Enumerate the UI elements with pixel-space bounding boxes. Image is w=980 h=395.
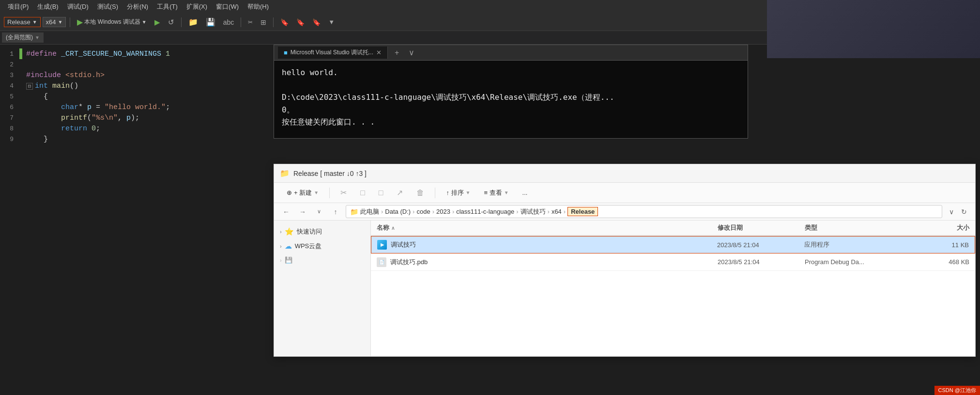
breadcrumb-item-2023[interactable]: 2023 xyxy=(436,208,450,215)
paste-button[interactable]: □ xyxy=(374,187,388,199)
table-icon-button[interactable]: ⊞ xyxy=(258,17,269,27)
new-icon: ⊕ xyxy=(287,189,292,196)
code-lines: 1 #define _CRT_SECURE_NO_WARNINGS 1 2 3 … xyxy=(0,45,276,148)
new-button[interactable]: ⊕ + 新建 ▼ xyxy=(282,187,323,199)
view-button[interactable]: ≡ 查看 ▼ xyxy=(479,187,514,199)
bookmark-more-button[interactable]: ▼ xyxy=(325,17,337,27)
more-button[interactable]: ... xyxy=(518,187,533,198)
release-dropdown[interactable]: Release ▼ xyxy=(4,17,41,27)
menu-project[interactable]: 项目(P) xyxy=(4,1,32,12)
breadcrumb: 📁 此电脑 › Data (D:) › code › 2023 › class1… xyxy=(346,205,942,218)
address-dropdown-button[interactable]: ∨ xyxy=(946,206,957,217)
line-number-4: 4 xyxy=(0,82,19,90)
bookmark-more-icon: ▼ xyxy=(328,18,335,26)
tab-dropdown-button[interactable]: ∨ xyxy=(406,46,417,59)
console-close-button[interactable]: ✕ xyxy=(376,49,382,56)
new-chevron-icon: ▼ xyxy=(314,190,319,195)
line-content-2 xyxy=(26,61,276,69)
col-header-name[interactable]: 名称 ∧ xyxy=(377,223,718,232)
arch-dropdown[interactable]: x64 ▼ xyxy=(43,17,66,27)
sidebar-item-wps-cloud[interactable]: › ☁ WPS云盘 xyxy=(274,239,370,253)
sidebar-item-more[interactable]: › 💾 xyxy=(274,253,370,267)
code-line-6: 6 char* p = "hello world."; xyxy=(0,102,276,112)
console-line-3: D:\code\2023\class111-c-language\调试技巧\x6… xyxy=(282,91,740,104)
share-button[interactable]: ↗ xyxy=(392,186,408,199)
refresh-button[interactable]: ↻ xyxy=(959,206,969,217)
forward-button[interactable]: → xyxy=(296,205,309,218)
line-number-5: 5 xyxy=(0,93,19,100)
menu-build[interactable]: 生成(B) xyxy=(33,1,62,12)
wps-cloud-icon: ☁ xyxy=(285,242,292,251)
continue-icon: ▶ xyxy=(154,18,160,27)
menu-tools[interactable]: 工具(T) xyxy=(153,1,182,12)
col-header-type[interactable]: 类型 xyxy=(805,223,911,232)
save-icon: 💾 xyxy=(206,17,215,27)
new-label: + 新建 xyxy=(294,189,312,197)
bookmark-prev-button[interactable]: 🔖 xyxy=(293,17,307,27)
line-content-5: { xyxy=(26,93,276,101)
menu-window[interactable]: 窗口(W) xyxy=(212,1,243,12)
menu-extensions[interactable]: 扩展(X) xyxy=(183,1,211,12)
run-button[interactable]: ▶ 本地 Windows 调试器 ▼ xyxy=(74,16,149,28)
up-button[interactable]: ↑ xyxy=(329,205,342,218)
line-content-3: #include <stdio.h> xyxy=(26,71,276,79)
menu-help[interactable]: 帮助(H) xyxy=(244,1,273,12)
copy-button[interactable]: □ xyxy=(355,187,370,199)
menu-analyze[interactable]: 分析(N) xyxy=(123,1,152,12)
debugger-chevron-icon: ▼ xyxy=(142,19,147,25)
delete-button[interactable]: 🗑 xyxy=(412,187,429,199)
menu-debug[interactable]: 调试(D) xyxy=(63,1,92,12)
breadcrumb-item-class[interactable]: class111-c-language xyxy=(456,208,514,215)
code-line-3: 3 #include <stdio.h> xyxy=(0,70,276,80)
console-tab[interactable]: ■ Microsoft Visual Studio 调试托... ✕ xyxy=(278,47,388,59)
wps-cloud-chevron-icon: › xyxy=(280,243,282,249)
breadcrumb-item-debug[interactable]: 调试技巧 xyxy=(521,207,546,216)
cut-icon-exp: ✂ xyxy=(340,188,347,197)
sidebar-item-quick-access[interactable]: › ⭐ 快速访问 xyxy=(274,224,370,239)
paste-icon: □ xyxy=(379,189,383,197)
line-number-3: 3 xyxy=(0,72,19,79)
breadcrumb-sep-6: › xyxy=(548,208,550,215)
bookmark-next-button[interactable]: 🔖 xyxy=(309,17,323,27)
line-content-1: #define _CRT_SECURE_NO_WARNINGS 1 xyxy=(26,50,276,58)
open-file-button[interactable]: 📁 xyxy=(185,16,201,28)
console-content: hello world. D:\code\2023\class111-c-lan… xyxy=(274,61,748,138)
sort-button[interactable]: ↑ 排序 ▼ xyxy=(441,187,475,199)
step-button[interactable]: ↺ xyxy=(165,17,177,28)
file-name-1: 调试技巧 xyxy=(391,240,416,249)
line-number-7: 7 xyxy=(0,114,19,122)
file-row-1[interactable]: ▶ 调试技巧 2023/8/5 21:04 应用程序 11 KB xyxy=(371,236,975,253)
bookmark-button[interactable]: 🔖 xyxy=(277,17,291,27)
col-header-date[interactable]: 修改日期 xyxy=(718,223,805,232)
bookmark-icon: 🔖 xyxy=(280,18,289,26)
code-line-2: 2 xyxy=(0,59,276,70)
bookmark-prev-icon: 🔖 xyxy=(296,18,305,26)
cut-toolbar-button[interactable]: ✂ xyxy=(245,18,256,27)
code-editor[interactable]: 1 #define _CRT_SECURE_NO_WARNINGS 1 2 3 … xyxy=(0,45,276,395)
console-line-5: 按任意键关闭此窗口. . . xyxy=(282,116,740,128)
scope-dropdown[interactable]: (全局范围) ▼ xyxy=(2,32,44,43)
share-icon: ↗ xyxy=(397,188,403,197)
back-button[interactable]: ← xyxy=(280,205,292,218)
continue-button[interactable]: ▶ xyxy=(152,17,163,28)
sort-chevron-icon: ▼ xyxy=(466,190,471,195)
recent-button[interactable]: ∨ xyxy=(313,205,325,218)
file-row-2[interactable]: 📄 调试技巧.pdb 2023/8/5 21:04 Program Debug … xyxy=(371,253,975,271)
menu-test[interactable]: 测试(S) xyxy=(93,1,122,12)
save-button[interactable]: 💾 xyxy=(203,16,218,28)
collapse-btn-4[interactable]: ⊟ xyxy=(26,83,33,90)
more-sidebar-chevron-icon: › xyxy=(280,257,282,263)
cut-button[interactable]: ✂ xyxy=(336,186,352,199)
breadcrumb-item-x64[interactable]: x64 xyxy=(551,208,562,215)
col-header-size[interactable]: 大小 xyxy=(911,223,969,232)
tab-add-button[interactable]: + xyxy=(391,47,403,59)
explorer-body: › ⭐ 快速访问 › ☁ WPS云盘 › 💾 xyxy=(274,221,975,356)
col-size-label: 大小 xyxy=(957,224,969,231)
file-name-2: 调试技巧.pdb xyxy=(390,258,428,267)
save-all-button[interactable]: abc xyxy=(220,17,237,27)
address-bar: ← → ∨ ↑ 📁 此电脑 › Data (D:) › code › 2023 … xyxy=(274,203,975,221)
breadcrumb-item-pc[interactable]: 此电脑 xyxy=(360,207,379,216)
breadcrumb-item-code[interactable]: code xyxy=(416,208,430,215)
breadcrumb-item-datad[interactable]: Data (D:) xyxy=(385,208,411,215)
breadcrumb-item-release[interactable]: Release xyxy=(567,207,598,216)
